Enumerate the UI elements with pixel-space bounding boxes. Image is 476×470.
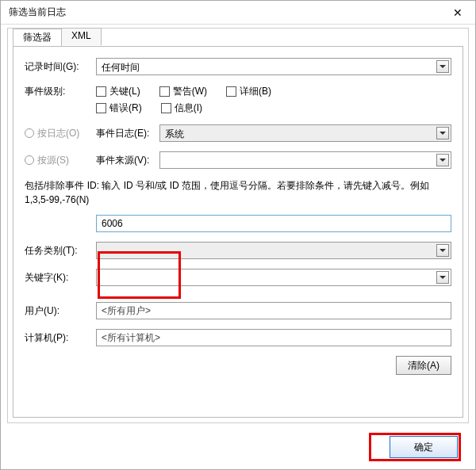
tab-filter[interactable]: 筛选器 bbox=[13, 29, 62, 46]
checkbox-icon bbox=[96, 86, 106, 97]
label-level: 事件级别: bbox=[25, 85, 96, 98]
input-computer[interactable] bbox=[96, 329, 451, 346]
radio-by-log-label: 按日志(O) bbox=[37, 127, 79, 140]
select-event-logs-value: 系统 bbox=[165, 128, 184, 141]
chevron-down-icon bbox=[436, 271, 449, 284]
ok-button[interactable]: 确定 bbox=[390, 436, 458, 458]
chk-warning[interactable]: 警告(W) bbox=[159, 85, 207, 98]
input-user[interactable] bbox=[96, 302, 451, 319]
radio-icon bbox=[25, 155, 34, 165]
chk-critical-label: 关键(L) bbox=[109, 85, 140, 98]
radio-by-log[interactable]: 按日志(O) bbox=[25, 127, 96, 140]
checkbox-icon bbox=[161, 103, 171, 113]
checkbox-icon bbox=[226, 86, 236, 97]
tab-strip: 筛选器 XML bbox=[13, 28, 101, 45]
chk-error[interactable]: 错误(R) bbox=[96, 101, 142, 115]
label-task-category: 任务类别(T): bbox=[25, 244, 96, 258]
chk-verbose-label: 详细(B) bbox=[240, 85, 271, 98]
chevron-down-icon bbox=[436, 127, 449, 139]
close-button[interactable]: ✕ bbox=[440, 1, 475, 25]
select-event-sources[interactable] bbox=[159, 151, 451, 169]
dialog-body: 筛选器 XML 记录时间(G): 任何时间 事件级别: bbox=[7, 28, 469, 423]
radio-by-source-label: 按源(S) bbox=[37, 154, 69, 167]
label-logged: 记录时间(G): bbox=[25, 60, 96, 74]
label-computer: 计算机(P): bbox=[25, 331, 96, 345]
chk-info-label: 信息(I) bbox=[175, 101, 202, 115]
chevron-down-icon bbox=[436, 244, 449, 257]
chevron-down-icon bbox=[436, 60, 449, 73]
chk-error-label: 错误(R) bbox=[109, 101, 142, 115]
tab-panel-filter: 记录时间(G): 任何时间 事件级别: 关键(L) bbox=[13, 46, 463, 418]
select-task-category[interactable] bbox=[96, 242, 451, 259]
select-keywords[interactable] bbox=[96, 269, 451, 286]
select-event-logs[interactable]: 系统 bbox=[159, 124, 451, 142]
radio-icon bbox=[25, 128, 34, 138]
chk-verbose[interactable]: 详细(B) bbox=[226, 85, 271, 98]
label-keywords: 关键字(K): bbox=[25, 271, 96, 285]
window-title: 筛选当前日志 bbox=[9, 6, 66, 19]
tab-xml[interactable]: XML bbox=[61, 28, 102, 45]
input-event-id[interactable] bbox=[96, 215, 451, 232]
label-user: 用户(U): bbox=[25, 304, 96, 318]
clear-button[interactable]: 清除(A) bbox=[396, 356, 451, 375]
checkbox-icon bbox=[159, 86, 170, 97]
chk-info[interactable]: 信息(I) bbox=[161, 101, 202, 115]
close-icon: ✕ bbox=[453, 6, 463, 19]
checkbox-icon bbox=[96, 103, 106, 113]
select-logged-time[interactable]: 任何时间 bbox=[96, 58, 451, 75]
select-logged-value: 任何时间 bbox=[102, 61, 140, 75]
chk-warning-label: 警告(W) bbox=[173, 85, 207, 98]
ids-help-text: 包括/排除事件 ID: 输入 ID 号和/或 ID 范围，使用逗号分隔。若要排除… bbox=[25, 178, 451, 207]
radio-by-source[interactable]: 按源(S) bbox=[25, 154, 96, 167]
titlebar: 筛选当前日志 ✕ bbox=[1, 1, 475, 25]
decorative-edge bbox=[474, 25, 475, 469]
label-event-logs: 事件日志(E): bbox=[96, 127, 159, 140]
chk-critical[interactable]: 关键(L) bbox=[96, 85, 140, 98]
chevron-down-icon bbox=[436, 154, 449, 166]
label-event-sources: 事件来源(V): bbox=[96, 154, 159, 167]
